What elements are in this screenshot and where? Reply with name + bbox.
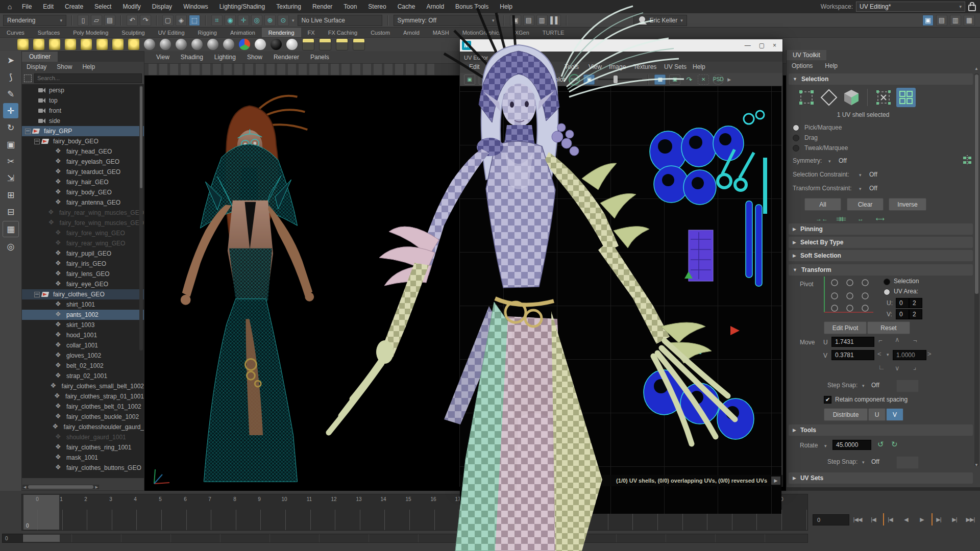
shelf-tab[interactable]: Animation xyxy=(224,28,262,37)
pivot-grid[interactable] xyxy=(822,277,878,317)
playback-button[interactable]: ▶▶| xyxy=(964,513,976,525)
snap-icon[interactable]: ◎ xyxy=(251,15,262,26)
chevron-down-icon[interactable]: ▾ xyxy=(887,352,889,357)
menu-item[interactable]: Cache xyxy=(392,0,421,13)
selection-mask-icon[interactable]: ◈ xyxy=(176,15,187,26)
shelf-icon[interactable] xyxy=(160,39,171,50)
range-handle[interactable] xyxy=(23,535,60,542)
shelf-icon[interactable] xyxy=(144,39,155,50)
shelf-icon[interactable] xyxy=(271,39,282,50)
outliner-menu-item[interactable]: Display xyxy=(22,62,51,72)
retain-spacing-checkbox[interactable]: ✔ xyxy=(824,396,831,404)
outliner-item[interactable]: shirt_1001 xyxy=(22,299,144,310)
shelf-icon[interactable] xyxy=(49,39,60,50)
shelf-icon[interactable] xyxy=(239,39,250,50)
outliner-item[interactable]: fairy_fore_wing_muscles_GEO xyxy=(22,218,144,228)
shelf-tab[interactable]: MotionGraphics xyxy=(456,28,508,37)
tool-icon[interactable]: ✂ xyxy=(3,154,18,169)
distribute-u-button[interactable]: U xyxy=(868,408,886,421)
toolkit-menu-item[interactable]: Options xyxy=(787,60,818,71)
shelf-tab[interactable]: MASH xyxy=(426,28,456,37)
viewport-menu-item[interactable]: View xyxy=(152,54,174,61)
menu-item[interactable]: Render xyxy=(307,0,338,13)
collapsed-section-header[interactable]: ▶ Soft Selection xyxy=(789,250,973,261)
viewport-menu-item[interactable]: Lighting xyxy=(210,54,240,61)
shelf-icon[interactable] xyxy=(353,38,365,51)
symmetry-field[interactable]: Symmetry: Off ▾ xyxy=(394,15,499,26)
uv-area-u-max[interactable]: 2 xyxy=(909,298,922,308)
shelf-tab[interactable]: Curves xyxy=(0,28,31,37)
shelf-icon[interactable] xyxy=(207,39,218,50)
chevron-down-icon[interactable]: ▾ xyxy=(859,186,862,191)
outliner-item[interactable]: fairy_rear_wing_GEO xyxy=(22,238,144,248)
shelf-icon[interactable] xyxy=(81,39,92,50)
uv-canvas[interactable] xyxy=(460,86,781,514)
snap-icon[interactable]: ⌗ xyxy=(211,15,223,26)
outliner-item[interactable]: skirt_1003 xyxy=(22,320,144,330)
outliner-item[interactable]: fairy_pupil_GEO xyxy=(22,248,144,259)
step-snap-value[interactable]: Off xyxy=(871,382,879,389)
toolkit-scrollbar[interactable]: ▲ ▼ xyxy=(974,73,979,466)
move-u-field[interactable]: 1.7431 xyxy=(831,337,874,347)
nudge-right-icon[interactable]: > xyxy=(927,350,932,358)
uv-borders-icon[interactable]: ✕ xyxy=(698,74,709,85)
radio-icon[interactable] xyxy=(793,124,799,131)
menu-item[interactable]: Texturing xyxy=(271,0,307,13)
workspace-dropdown[interactable]: UV Editing* ▾ xyxy=(856,2,965,12)
selection-action-button[interactable]: All xyxy=(804,198,841,211)
outliner-item[interactable]: fairy_iris_GEO xyxy=(22,259,144,269)
shelf-icon[interactable] xyxy=(336,38,348,51)
checker-swatch-icon[interactable]: ▦ xyxy=(479,74,490,85)
menu-item[interactable]: Bonus Tools xyxy=(450,0,494,13)
window-control-icon[interactable]: — xyxy=(745,42,751,49)
nudge-down-right-icon[interactable]: ⌟ xyxy=(913,363,916,371)
tool-icon[interactable]: ▦ xyxy=(3,221,19,237)
filter-icon[interactable] xyxy=(24,74,32,82)
render-icon[interactable]: ▣ xyxy=(510,15,521,26)
shelf-tab[interactable]: Arnold xyxy=(397,28,426,37)
outliner-item[interactable]: front xyxy=(22,106,144,116)
shelf-icon[interactable] xyxy=(286,39,298,50)
account-chip[interactable]: Eric Keller ▾ xyxy=(633,15,687,26)
viewport-menu-item[interactable]: Panels xyxy=(306,54,334,61)
tool-icon[interactable]: ➤ xyxy=(3,53,18,68)
outliner-item[interactable]: fairy_clothes_GEO xyxy=(22,289,144,299)
menu-item[interactable]: Create xyxy=(59,0,89,13)
uv-menu-item[interactable]: Textures xyxy=(633,63,656,70)
rotate-ccw-icon[interactable]: ↺ xyxy=(877,440,884,449)
outliner-item[interactable]: collar_1001 xyxy=(22,340,144,350)
edit-pivot-button[interactable]: Edit Pivot xyxy=(824,321,867,334)
uv-shell-mode-icon[interactable] xyxy=(896,88,916,107)
snap-icon[interactable]: ◉ xyxy=(225,15,236,26)
home-icon[interactable]: ⌂ xyxy=(3,2,16,11)
uv-toolkit-tab[interactable]: UV Toolkit xyxy=(787,50,826,60)
uv-area-v-max[interactable]: 2 xyxy=(909,309,922,319)
scroll-thumb[interactable] xyxy=(28,485,93,489)
nudge-left-icon[interactable]: < xyxy=(877,350,881,358)
dim-image-slider[interactable] xyxy=(598,79,642,80)
toolkit-menu-item[interactable]: Help xyxy=(820,60,843,71)
snap-icon[interactable]: ⊕ xyxy=(264,15,276,26)
menu-item[interactable]: Windows xyxy=(178,0,214,13)
selection-mask-icon[interactable]: ⬚ xyxy=(189,15,200,26)
rotate-cw-icon[interactable]: ↻ xyxy=(891,440,898,449)
outliner-item[interactable]: fairy_clothes_buckle_1002 xyxy=(22,412,144,422)
chevron-down-icon[interactable]: ▾ xyxy=(862,460,865,465)
symmetry-value[interactable]: Off xyxy=(839,157,847,164)
outliner-item[interactable]: fairy_tearduct_GEO xyxy=(22,167,144,177)
undo-redo-icon[interactable]: ↷ xyxy=(140,15,151,26)
shelf-icon[interactable] xyxy=(223,39,234,50)
outliner-tab[interactable]: Outliner xyxy=(22,52,58,62)
nudge-up-right-icon[interactable]: ¬ xyxy=(913,337,917,344)
snap-icon[interactable]: ⊙ xyxy=(278,15,289,26)
uv-editor-window[interactable]: M —▢× UV Editor EditToolsViewImageTextur… xyxy=(459,39,783,487)
outliner-menu-item[interactable]: Show xyxy=(52,62,77,72)
shelf-icon[interactable] xyxy=(96,39,108,50)
rotate-value-field[interactable]: 45.0000 xyxy=(832,440,871,450)
tool-icon[interactable]: ✎ xyxy=(3,86,18,102)
shelf-tab[interactable]: Custom xyxy=(364,28,397,37)
shelf-icon[interactable] xyxy=(17,39,29,50)
tools-section-header[interactable]: ▶ Tools xyxy=(789,424,973,436)
outliner-item[interactable]: hood_1001 xyxy=(22,330,144,340)
outliner-item[interactable]: fairy_fore_wing_GEO xyxy=(22,228,144,238)
